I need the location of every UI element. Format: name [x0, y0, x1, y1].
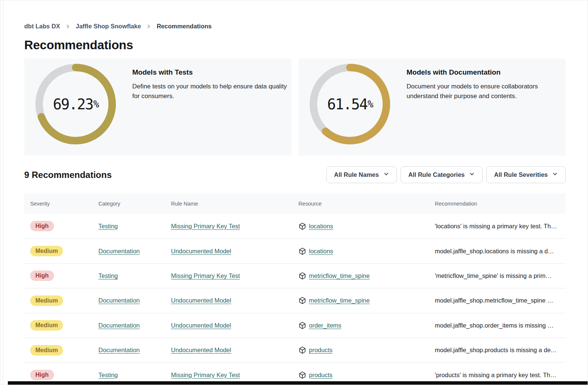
- resource-link[interactable]: products: [309, 347, 332, 354]
- chevron-down-icon: [383, 171, 389, 178]
- recommendation-text: model.jaffle_shop.order_items is missing…: [435, 322, 566, 329]
- resource-link[interactable]: order_items: [309, 322, 341, 329]
- filter-label: All Rule Categories: [408, 171, 465, 178]
- column-header-category: Category: [98, 201, 171, 207]
- category-link[interactable]: Testing: [98, 272, 118, 279]
- table-row: High Testing Missing Primary Key Test me…: [24, 263, 566, 288]
- breadcrumb-item-dbt-labs-dx[interactable]: dbt Labs DX: [24, 23, 60, 30]
- tests-percentage-value: 69.23%: [35, 64, 116, 144]
- model-cube-icon: [298, 371, 306, 379]
- severity-badge: Medium: [30, 295, 63, 306]
- severity-badge: Medium: [30, 320, 63, 331]
- recommendation-text: 'metricflow_time_spine' is missing a pri…: [435, 272, 566, 279]
- documentation-donut-chart: 61.54%: [310, 64, 390, 144]
- card-title: Models with Tests: [132, 68, 291, 76]
- main-content: dbt Labs DX Jaffle Shop Snowflake Recomm…: [24, 0, 566, 385]
- recommendation-text: 'locations' is missing a primary key tes…: [435, 223, 566, 230]
- table-row: High Testing Missing Primary Key Test lo…: [24, 214, 566, 238]
- card-title: Models with Documentation: [407, 68, 545, 76]
- recommendation-text: model.jaffle_shop.products is missing a …: [435, 347, 566, 354]
- rule-name-link[interactable]: Missing Primary Key Test: [171, 372, 240, 378]
- recommendation-text: model.jaffle_shop.metricflow_time_spine …: [435, 297, 566, 304]
- severity-badge: Medium: [30, 345, 63, 356]
- rule-name-link[interactable]: Undocumented Model: [171, 297, 231, 304]
- rule-name-link[interactable]: Missing Primary Key Test: [171, 272, 240, 279]
- severity-badge: High: [30, 370, 54, 380]
- category-link[interactable]: Documentation: [98, 322, 140, 329]
- rule-name-link[interactable]: Undocumented Model: [171, 322, 231, 329]
- filter-label: All Rule Names: [334, 171, 379, 178]
- filter-group: All Rule Names All Rule Categories All R…: [326, 166, 566, 183]
- rule-name-link[interactable]: Missing Primary Key Test: [171, 223, 240, 229]
- column-header-severity: Severity: [30, 201, 98, 207]
- tests-donut-chart: 69.23%: [35, 64, 116, 144]
- category-link[interactable]: Testing: [98, 223, 118, 229]
- resource-link[interactable]: metricflow_time_spine: [309, 297, 370, 304]
- category-link[interactable]: Documentation: [98, 297, 140, 304]
- model-cube-icon: [298, 346, 306, 354]
- card-description: Document your models to ensure collabora…: [407, 82, 545, 101]
- resource-link[interactable]: products: [309, 372, 332, 379]
- recommendations-table: Severity Category Rule Name Resource Rec…: [24, 193, 566, 385]
- model-cube-icon: [298, 297, 306, 304]
- resource-link[interactable]: locations: [309, 248, 333, 255]
- recommendation-text: 'products' is missing a primary key test…: [435, 372, 566, 379]
- rule-name-link[interactable]: Undocumented Model: [171, 347, 231, 353]
- card-models-with-documentation: 61.54% Models with Documentation Documen…: [298, 59, 566, 156]
- table-row: Medium Documentation Undocumented Model …: [24, 238, 566, 263]
- severity-badge: High: [30, 221, 54, 231]
- column-header-rule-name: Rule Name: [171, 201, 298, 207]
- table-header-row: Severity Category Rule Name Resource Rec…: [24, 193, 566, 214]
- column-header-resource: Resource: [298, 201, 435, 207]
- model-cube-icon: [298, 222, 306, 230]
- filter-rule-names-dropdown[interactable]: All Rule Names: [326, 166, 397, 183]
- documentation-percentage-value: 61.54%: [310, 64, 390, 144]
- model-cube-icon: [298, 322, 306, 329]
- recommendations-toolbar: 9 Recommendations All Rule Names All Rul…: [24, 166, 566, 183]
- recommendation-text: model.jaffle_shop.locations is missing a…: [435, 248, 566, 255]
- chevron-down-icon: [552, 171, 558, 178]
- rule-name-link[interactable]: Undocumented Model: [171, 248, 231, 254]
- severity-badge: High: [30, 270, 54, 281]
- model-cube-icon: [298, 247, 306, 255]
- table-row: Medium Documentation Undocumented Model …: [24, 288, 566, 313]
- breadcrumb-item-jaffle-shop-snowflake[interactable]: Jaffle Shop Snowflake: [76, 23, 141, 30]
- filter-rule-severities-dropdown[interactable]: All Rule Severities: [486, 166, 566, 183]
- summary-cards: 69.23% Models with Tests Define tests on…: [24, 59, 566, 156]
- column-header-recommendation: Recommendation: [435, 201, 566, 207]
- card-models-with-tests: 69.23% Models with Tests Define tests on…: [24, 59, 291, 156]
- sidebar-edge-divider: [3, 0, 3, 385]
- page-title: Recommendations: [24, 38, 566, 52]
- chevron-down-icon: [469, 171, 475, 178]
- chevron-right-icon: [65, 24, 70, 29]
- breadcrumb-item-recommendations: Recommendations: [157, 23, 212, 30]
- category-link[interactable]: Documentation: [98, 248, 140, 254]
- table-body: High Testing Missing Primary Key Test lo…: [24, 214, 566, 385]
- model-cube-icon: [298, 272, 306, 280]
- breadcrumb: dbt Labs DX Jaffle Shop Snowflake Recomm…: [24, 23, 566, 30]
- filter-label: All Rule Severities: [494, 171, 548, 178]
- table-row: Medium Documentation Undocumented Model …: [24, 313, 566, 338]
- table-row: Medium Documentation Undocumented Model …: [24, 338, 566, 362]
- bottom-cutoff-bar: [8, 381, 588, 385]
- chevron-right-icon: [146, 24, 151, 29]
- resource-link[interactable]: locations: [309, 223, 333, 230]
- category-link[interactable]: Documentation: [98, 347, 140, 353]
- filter-rule-categories-dropdown[interactable]: All Rule Categories: [401, 166, 483, 183]
- resource-link[interactable]: metricflow_time_spine: [309, 272, 370, 279]
- severity-badge: Medium: [30, 246, 63, 256]
- card-description: Define tests on your models to help ensu…: [132, 82, 291, 101]
- recommendations-count-heading: 9 Recommendations: [24, 170, 112, 180]
- category-link[interactable]: Testing: [98, 372, 118, 378]
